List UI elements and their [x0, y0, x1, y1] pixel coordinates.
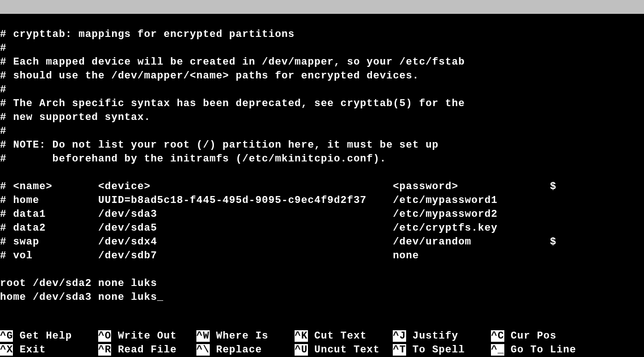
line-text: # new supported syntax.: [0, 112, 151, 123]
editor-line: # The Arch specific syntax has been depr…: [0, 97, 644, 111]
line-text: #: [0, 125, 6, 137]
shortcut-key: ^R: [98, 344, 111, 356]
shortcut-gap: [282, 343, 295, 357]
shortcut-cell[interactable]: ^O Write Out: [98, 329, 183, 343]
line-text: # beforehand by the initramfs (/etc/mkin…: [0, 153, 386, 165]
shortcut-cell[interactable]: ^T To Spell: [393, 343, 478, 357]
editor-line: # NOTE: Do not list your root (/) partit…: [0, 138, 644, 152]
line-text: # <name> <device> <password> $: [0, 181, 556, 192]
shortcut-label: To Spell: [406, 344, 478, 356]
editor-line: # new supported syntax.: [0, 111, 644, 125]
shortcut-label: Get Help: [13, 330, 85, 342]
shortcut-label: Replace: [210, 344, 282, 356]
header-spacer2: [373, 15, 570, 26]
editor-line: # crypttab: mappings for encrypted parti…: [0, 28, 644, 42]
editor-line: [0, 166, 644, 180]
shortcut-cell[interactable]: ^X Exit: [0, 343, 85, 357]
editor-content[interactable]: # crypttab: mappings for encrypted parti…: [0, 14, 644, 304]
line-text: # NOTE: Do not list your root (/) partit…: [0, 139, 439, 151]
line-text: # data2 /dev/sda5 /etc/cryptfs.key: [0, 222, 497, 234]
shortcut-key: ^G: [0, 330, 13, 342]
editor-line: # home UUID=b8ad5c18-f445-495d-9095-c9ec…: [0, 194, 644, 208]
shortcut-cell[interactable]: ^R Read File: [98, 343, 183, 357]
line-text: home /dev/sda3 none luks: [0, 292, 157, 303]
line-text: #: [0, 42, 6, 54]
editor-line: # data2 /dev/sda5 /etc/cryptfs.key: [0, 221, 644, 235]
shortcut-cell[interactable]: ^C Cur Pos: [491, 329, 556, 343]
line-text: #: [0, 84, 6, 95]
editor-line: # vol /dev/sdb7 none: [0, 249, 644, 263]
editor-line: root /dev/sda2 none luks: [0, 277, 644, 291]
shortcut-cell[interactable]: ^W Where Is: [196, 329, 282, 343]
shortcut-gap: [380, 343, 393, 357]
shortcut-row-1: ^G Get Help ^O Write Out ^W Where Is ^K …: [0, 329, 644, 343]
shortcut-row-2: ^X Exit ^R Read File ^\ Replace ^U Uncut…: [0, 343, 644, 357]
shortcut-label: Cut Text: [308, 330, 380, 342]
editor-line: # <name> <device> <password> $: [0, 180, 644, 194]
editor-line: #: [0, 83, 644, 97]
shortcut-label: Cur Pos: [504, 330, 557, 342]
line-text: # should use the /dev/mapper/<name> path…: [0, 70, 419, 82]
line-text: # Each mapped device will be created in …: [0, 56, 465, 68]
editor-line: # swap /dev/sdx4 /dev/urandom $: [0, 235, 644, 249]
shortcut-gap: [478, 329, 491, 343]
line-text: # data1 /dev/sda3 /etc/mypassword2: [0, 208, 497, 220]
editor-line: home /dev/sda3 none luks_: [0, 291, 644, 304]
line-text: # crypttab: mappings for encrypted parti…: [0, 29, 295, 40]
shortcut-key: ^J: [393, 330, 406, 342]
shortcut-bar: ^G Get Help ^O Write Out ^W Where Is ^K …: [0, 329, 644, 357]
shortcut-key: ^W: [196, 330, 209, 342]
shortcut-gap: [282, 329, 295, 343]
modified-status: Modified: [570, 15, 635, 26]
shortcut-gap: [85, 329, 98, 343]
editor-line: # Each mapped device will be created in …: [0, 55, 644, 69]
shortcut-cell[interactable]: ^J Justify: [393, 329, 478, 343]
shortcut-cell[interactable]: ^K Cut Text: [295, 329, 380, 343]
shortcut-gap: [183, 343, 196, 357]
shortcut-label: Go To Line: [504, 344, 576, 356]
shortcut-label: Uncut Text: [308, 344, 380, 356]
shortcut-gap: [380, 329, 393, 343]
shortcut-gap: [183, 329, 196, 343]
shortcut-label: Justify: [406, 330, 478, 342]
editor-line: # data1 /dev/sda3 /etc/mypassword2: [0, 208, 644, 221]
shortcut-cell[interactable]: ^G Get Help: [0, 329, 85, 343]
shortcut-cell[interactable]: ^_ Go To Line: [491, 343, 576, 357]
editor-line: #: [0, 42, 644, 55]
shortcut-key: ^C: [491, 330, 504, 342]
line-text: root /dev/sda2 none luks: [0, 278, 157, 289]
shortcut-label: Where Is: [210, 330, 282, 342]
nano-title-bar: GNU nano 2.5.3 File: /mnt/etc/crypttab M…: [0, 0, 644, 14]
shortcut-key: ^K: [295, 330, 307, 342]
editor-line: [0, 263, 644, 277]
line-text: # The Arch specific syntax has been depr…: [0, 98, 465, 109]
editor-line: # beforehand by the initramfs (/etc/mkin…: [0, 152, 644, 166]
shortcut-cell[interactable]: ^\ Replace: [196, 343, 282, 357]
app-name: GNU nano 2.5.3: [13, 15, 118, 26]
shortcut-key: ^T: [393, 344, 406, 356]
line-text: # home UUID=b8ad5c18-f445-495d-9095-c9ec…: [0, 195, 497, 206]
header-spacer1: [118, 15, 223, 26]
editor-line: # should use the /dev/mapper/<name> path…: [0, 69, 644, 83]
shortcut-label: Exit: [13, 344, 85, 356]
shortcut-key: ^O: [98, 330, 111, 342]
file-label: File: /mnt/etc/crypttab: [223, 15, 373, 26]
shortcut-key: ^_: [491, 344, 504, 356]
shortcut-key: ^U: [295, 344, 307, 356]
shortcut-key: ^\: [196, 344, 209, 356]
shortcut-key: ^X: [0, 344, 13, 356]
shortcut-cell[interactable]: ^U Uncut Text: [295, 343, 380, 357]
shortcut-gap: [478, 343, 491, 357]
editor-line: #: [0, 125, 644, 138]
shortcut-label: Write Out: [111, 330, 183, 342]
line-text: # vol /dev/sdb7 none: [0, 250, 419, 262]
line-text: # swap /dev/sdx4 /dev/urandom $: [0, 236, 556, 248]
shortcut-gap: [85, 343, 98, 357]
shortcut-label: Read File: [111, 344, 183, 356]
text-cursor: _: [157, 291, 164, 304]
